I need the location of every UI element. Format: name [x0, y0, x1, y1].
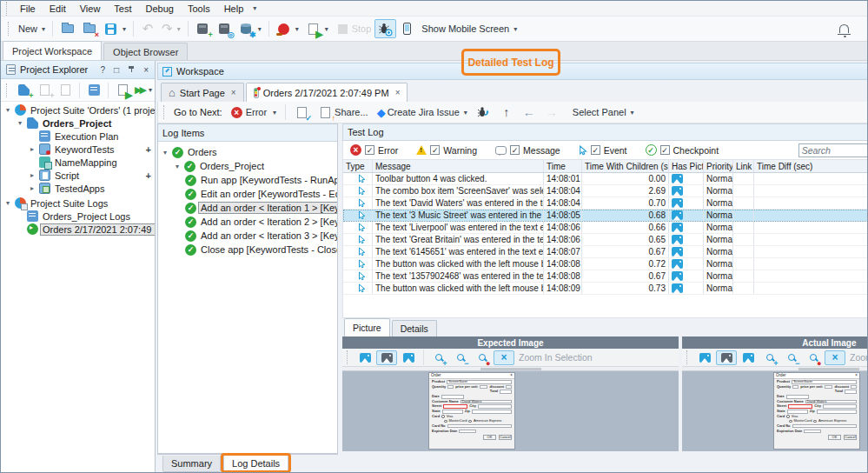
tree-item-namemapping[interactable]: NameMapping [1, 156, 155, 169]
go-to-next-error-button[interactable]: Error▾ [228, 103, 280, 122]
log-item-run-app[interactable]: Run app [KeywordTests - RunApp] [158, 173, 337, 187]
select-panel-button[interactable]: Select Panel▾ [569, 103, 638, 122]
expander-icon[interactable]: ▸ [28, 171, 36, 179]
menu-file[interactable]: File [13, 3, 43, 15]
help-button[interactable]: ? [98, 65, 109, 75]
picture-icon[interactable] [672, 235, 683, 244]
table-row[interactable]: The text '1357902468' was entered in the… [343, 270, 868, 283]
tree-item-testedapps[interactable]: ▸TestedApps [1, 182, 155, 195]
toolbar-grip[interactable] [6, 2, 9, 16]
search-input[interactable] [802, 145, 868, 156]
pan-mode-button[interactable] [716, 350, 737, 365]
zoom-in-button[interactable]: + [428, 350, 449, 365]
tab-project-workspace[interactable]: Project Workspace [3, 41, 102, 60]
add-child-button[interactable]: + [146, 144, 151, 155]
tree-item-project-suite[interactable]: ▾Project Suite 'Orders' (1 project) [1, 103, 155, 117]
zoom-out-button[interactable]: − [450, 350, 471, 365]
column-header-message[interactable]: Message [373, 160, 544, 172]
message-checkbox[interactable] [510, 145, 520, 155]
tree-item-script[interactable]: ▸Script+ [1, 169, 155, 182]
tab-summary[interactable]: Summary [162, 456, 221, 472]
mobile-screen-button[interactable] [396, 19, 418, 38]
column-header-time-diff[interactable]: Time Diff (sec) [754, 160, 868, 172]
menu-overflow-chevron[interactable]: ▾ [253, 4, 256, 12]
table-row-selected[interactable]: The text '3 Music Street' was entered in… [343, 210, 868, 222]
warning-checkbox[interactable] [430, 145, 440, 155]
menu-tools[interactable]: Tools [181, 3, 217, 15]
log-item-add-order-3[interactable]: Add an order < Iteration 3 > [Keywor... [158, 229, 337, 243]
tab-start-page[interactable]: ⌂Start Page× [161, 83, 244, 102]
toolbar-grip[interactable] [163, 105, 166, 119]
error-checkbox[interactable] [365, 145, 374, 155]
tab-log-details[interactable]: Log Details [223, 456, 288, 472]
close-tab-button[interactable]: × [231, 88, 236, 97]
menu-test[interactable]: Test [107, 3, 138, 15]
close-project-button[interactable]: × [78, 19, 100, 38]
rerun-with-debug-button[interactable] [473, 103, 494, 122]
toolbar-grip[interactable] [686, 350, 689, 364]
tab-object-browser[interactable]: Object Browser [103, 43, 188, 60]
expander-icon[interactable]: ▾ [16, 119, 24, 127]
stop-button[interactable]: Stop [332, 19, 375, 38]
actual-image-preview[interactable]: Order× ProductScreenSaver Quantityprice … [682, 367, 868, 451]
data-generator-button[interactable]: ✱▾ [235, 19, 265, 38]
tree-item-execution-plan[interactable]: Execution Plan [1, 130, 155, 143]
log-item-add-order-1[interactable]: Add an order < Iteration 1 > [Keywor... [158, 201, 337, 215]
table-row[interactable]: The text 'Liverpool' was entered in the … [343, 222, 868, 234]
column-header-priority[interactable]: Priority [704, 160, 733, 172]
event-checkbox[interactable] [591, 145, 600, 155]
pin-button[interactable] [125, 65, 137, 75]
zoom-reset-button[interactable]: ● [472, 350, 493, 365]
run-project-button[interactable]: ▶ [112, 81, 133, 100]
menu-help[interactable]: Help [217, 3, 251, 15]
toolbar-grip[interactable] [6, 83, 9, 97]
show-mobile-screen-button[interactable]: Show Mobile Screen▾ [418, 19, 520, 38]
add-project-button[interactable]: + [13, 81, 34, 100]
notifications-button[interactable] [837, 22, 851, 37]
picture-icon[interactable] [672, 271, 683, 281]
column-header-type[interactable]: Type [343, 160, 373, 172]
fit-to-window-button[interactable]: × [494, 350, 514, 365]
tree-item-log-orders[interactable]: Orders 2/17/2021 2:07:49 PM [1, 223, 155, 236]
picture-icon[interactable] [672, 247, 683, 256]
add-new-item-button[interactable]: + [192, 19, 214, 38]
zoom-reset-button[interactable]: ● [803, 350, 824, 365]
select-mode-button[interactable] [398, 350, 419, 365]
picture-icon[interactable] [672, 283, 683, 293]
picture-icon[interactable] [672, 198, 683, 208]
log-item-edit-order[interactable]: Edit an order [KeywordTests - EditOrd... [158, 187, 337, 201]
go-up-button[interactable]: ↑ [496, 103, 517, 122]
copy-image-button[interactable] [354, 350, 375, 365]
new-item-button[interactable]: + [34, 81, 55, 100]
table-row[interactable]: The combo box item 'ScreenSaver' was sel… [343, 185, 868, 197]
export-log-button[interactable]: ✓ [291, 103, 313, 122]
maximize-button[interactable]: □ [111, 65, 122, 75]
menu-view[interactable]: View [73, 3, 108, 15]
expected-image-preview[interactable]: Order× ProductScreenSaver Quantityprice … [342, 367, 679, 451]
table-row[interactable]: The text 'David Waters' was entered in t… [343, 197, 868, 210]
log-item-close-app[interactable]: Close app [KeywordTests - CloseApp] [158, 243, 337, 256]
expander-icon[interactable]: ▾ [161, 149, 169, 157]
execution-plan-button[interactable] [83, 81, 104, 100]
table-row[interactable]: The text '6145651' was entered in the te… [343, 246, 868, 258]
expander-icon[interactable]: ▾ [3, 199, 12, 207]
object-spy-button[interactable]: ◎ [214, 19, 235, 38]
back-button[interactable]: ← [519, 103, 540, 122]
picture-icon[interactable] [672, 259, 683, 269]
open-item-button[interactable] [55, 81, 76, 100]
zoom-in-button[interactable]: + [759, 350, 780, 365]
run-test-button[interactable]: ▶▾ [302, 19, 332, 38]
create-jira-issue-button[interactable]: ◆Create Jira Issue▾ [374, 103, 471, 122]
open-button[interactable] [56, 19, 78, 38]
table-row[interactable]: The button was clicked with the left mou… [343, 258, 868, 270]
column-header-has-picture[interactable]: Has Picture [669, 160, 704, 172]
expander-icon[interactable]: ▾ [3, 106, 12, 114]
close-button[interactable]: × [141, 65, 151, 75]
close-tab-button[interactable]: × [395, 88, 401, 97]
save-button[interactable]: ▾ [100, 19, 129, 38]
log-item-orders[interactable]: ▾Orders [158, 145, 337, 159]
picture-icon[interactable] [672, 223, 683, 232]
checkpoint-checkbox[interactable] [660, 145, 670, 155]
picture-icon[interactable] [672, 174, 683, 183]
table-row[interactable]: The text 'Great Britain' was entered in … [343, 234, 868, 246]
